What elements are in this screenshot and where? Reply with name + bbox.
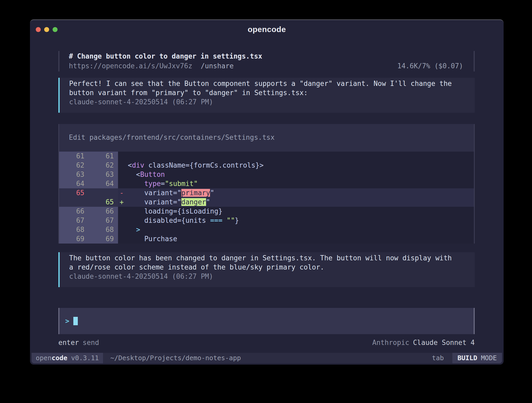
- diff-old-line-number: 66: [59, 207, 89, 216]
- app-name-light: open: [36, 354, 52, 362]
- assistant-message: Perfect! I can see that the Button compo…: [58, 78, 475, 113]
- code-segment: [120, 226, 136, 234]
- diff-code-line: <div className={formCs.controls}>: [118, 161, 474, 170]
- code-segment: ===: [210, 216, 222, 224]
- session-meta-row: https://opencode.ai/s/UwJxv76z /unshare …: [69, 61, 463, 71]
- diff-new-line-number: 69: [89, 234, 118, 244]
- message-model-timestamp: claude-sonnet-4-20250514 (06:27 PM): [69, 97, 464, 107]
- diff-code-line: type="submit": [118, 179, 474, 188]
- code-segment: <: [120, 161, 132, 169]
- diff-row: 6666 loading={isLoading}: [59, 207, 474, 216]
- message-line: a red/rose color scheme instead of the b…: [69, 263, 464, 272]
- diff-code-line: <Button: [118, 170, 474, 179]
- code-segment: [120, 180, 144, 188]
- code-segment: Button: [140, 170, 165, 178]
- zoom-button[interactable]: [53, 27, 58, 32]
- diff-new-line-number: 65: [89, 198, 118, 207]
- diff-old-line-number: 67: [59, 216, 89, 225]
- diff-code-line: [118, 152, 474, 161]
- diff-old-line-number: [59, 198, 89, 207]
- share-url: https://opencode.ai/s/UwJxv76z: [69, 61, 192, 71]
- minimize-button[interactable]: [44, 27, 49, 32]
- diff-code-line: >: [118, 225, 474, 234]
- diff-old-line-number: 62: [59, 161, 89, 170]
- assistant-message: The button color has been changed to dan…: [58, 252, 475, 287]
- send-hint: entersend: [58, 338, 99, 347]
- code-segment: div: [132, 161, 144, 169]
- unshare-command: /unshare: [201, 61, 234, 71]
- diff-row: 65+ variant="danger": [59, 198, 474, 207]
- session-header: # Change button color to danger in setti…: [58, 51, 475, 71]
- model-label: Claude Sonnet 4: [413, 339, 475, 347]
- code-segment: >: [136, 226, 140, 234]
- diff-old-line-number: 64: [59, 179, 89, 188]
- build-mode-badge: BUILDMODE: [452, 353, 502, 363]
- diff-code-line: + variant="danger": [118, 198, 474, 207]
- diff-row: 6262 <div className={formCs.controls}>: [59, 161, 474, 170]
- diff-new-line-number: 67: [89, 216, 118, 225]
- diff-new-line-number: 68: [89, 225, 118, 234]
- code-segment: <: [120, 170, 140, 178]
- diff-change-marker: -: [120, 188, 124, 198]
- mode-name-rest: MODE: [481, 354, 497, 362]
- code-segment: type: [144, 180, 161, 188]
- app-version-badge: opencodev0.3.11: [32, 353, 103, 363]
- message-line: Perfect! I can see that the Button compo…: [69, 79, 464, 88]
- status-bar: opencodev0.3.11 ~/Desktop/Projects/demo-…: [32, 353, 502, 363]
- prompt-input[interactable]: >: [58, 308, 475, 334]
- diff-row: 6363 <Button: [59, 170, 474, 179]
- diff-row: 6868 >: [59, 225, 474, 234]
- diff-old-line-number: 63: [59, 170, 89, 179]
- diff-row: 6464 type="submit": [59, 179, 474, 188]
- code-segment: [222, 216, 227, 224]
- close-button[interactable]: [36, 27, 41, 32]
- code-segment: "": [227, 216, 235, 224]
- app-window: opencode # Change button color to danger…: [30, 19, 504, 365]
- app-name-bold: code: [52, 354, 67, 362]
- diff-row: 65- variant="primary": [59, 188, 474, 198]
- text-cursor: [73, 317, 78, 325]
- session-title: # Change button color to danger in setti…: [69, 51, 463, 61]
- diff-old-line-number: 65: [59, 188, 89, 198]
- code-segment: ": [210, 189, 214, 197]
- diff-change-marker: +: [120, 198, 124, 207]
- provider-label: Anthropic: [372, 339, 409, 347]
- code-segment: Purchase: [120, 235, 177, 243]
- code-segment: loading={isLoading}: [120, 207, 222, 215]
- message-line: button variant from "primary" to "danger…: [69, 88, 464, 97]
- code-segment: variant=": [120, 189, 181, 197]
- diff-code-line: disabled={units === ""}: [118, 216, 474, 225]
- diff-new-line-number: 62: [89, 161, 118, 170]
- diff-new-line-number: 63: [89, 170, 118, 179]
- window-title: opencode: [248, 25, 286, 34]
- code-segment: "submit": [165, 180, 198, 188]
- diff-code-line: - variant="primary": [118, 188, 474, 198]
- diff-table: 61616262 <div className={formCs.controls…: [59, 152, 474, 244]
- app-version: v0.3.11: [71, 354, 99, 362]
- diff-old-line-number: 69: [59, 234, 89, 244]
- edit-tool-block: Edit packages/frontend/src/containers/Se…: [58, 124, 475, 244]
- diff-new-line-number: 64: [89, 179, 118, 188]
- diff-old-line-number: 68: [59, 225, 89, 234]
- diff-code-line: loading={isLoading}: [118, 207, 474, 216]
- diff-row: 6969 Purchase: [59, 234, 474, 244]
- provider-model: AnthropicClaude Sonnet 4: [372, 338, 475, 347]
- traffic-lights: [36, 20, 58, 39]
- code-segment: disabled={units: [120, 216, 210, 224]
- mode-name-bold: BUILD: [458, 354, 477, 362]
- prompt-symbol: >: [65, 317, 69, 325]
- diff-row: 6161: [59, 152, 474, 161]
- send-action-label: send: [83, 339, 99, 347]
- diff-old-line-number: 61: [59, 152, 89, 161]
- session-content: # Change button color to danger in setti…: [30, 51, 504, 347]
- message-model-timestamp: claude-sonnet-4-20250514 (06:27 PM): [69, 272, 464, 281]
- code-segment: className={formCs.controls}>: [144, 161, 264, 169]
- diff-new-line-number: [89, 188, 118, 198]
- tab-key-hint: tab: [432, 353, 444, 363]
- diff-row: 6767 disabled={units === ""}: [59, 216, 474, 225]
- code-segment: =: [161, 180, 165, 188]
- status-bar-spacer: [241, 353, 432, 363]
- context-usage: 14.6K/7% ($0.07): [397, 61, 463, 71]
- input-hints-row: entersend AnthropicClaude Sonnet 4: [58, 338, 475, 347]
- code-segment: danger: [181, 198, 206, 206]
